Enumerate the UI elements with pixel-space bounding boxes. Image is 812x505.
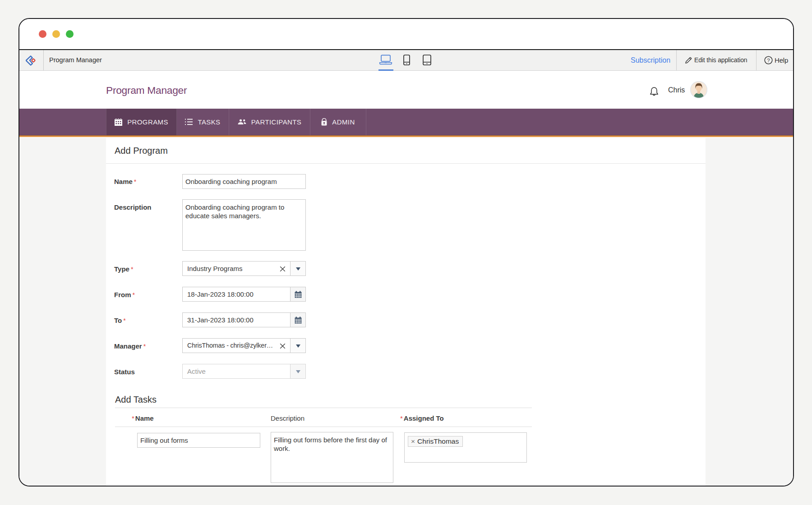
svg-text:?: ? bbox=[767, 58, 770, 63]
